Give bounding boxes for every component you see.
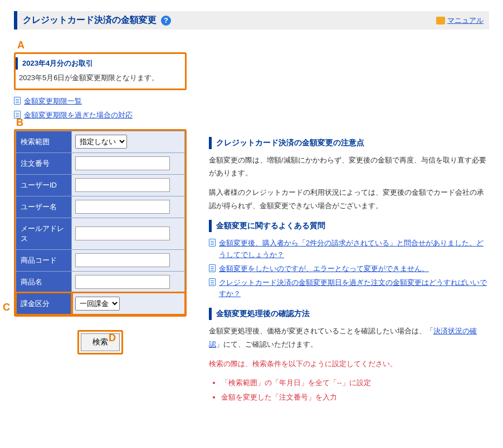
manual-link-label: マニュアル — [447, 16, 484, 26]
faq-link-2[interactable]: 金額変更をしたいのですが、エラーとなって変更ができません。 — [219, 263, 429, 275]
list-item: 金額変更後、購入者から「2件分の請求がされている」と問合せがありました。どうして… — [209, 238, 489, 261]
billing-type-select[interactable]: 一回課金 — [75, 297, 120, 311]
field-cell — [72, 174, 185, 196]
table-row: 検索範囲 指定しない — [16, 131, 185, 152]
red-intro: 検索の際は、検索条件を以下のように設定してください。 — [209, 357, 489, 370]
confirm-body-post: 」にて、ご確認いただけます。 — [216, 340, 318, 348]
transaction-info: 2023年4月分のお取引 2023年5月6日が金額変更期限となります。 — [16, 54, 185, 88]
page-title: クレジットカード決済の金額変更 ? — [23, 14, 171, 26]
order-number-input[interactable] — [75, 156, 170, 170]
search-range-select[interactable]: 指定しない — [75, 135, 127, 149]
document-icon — [14, 97, 21, 105]
field-cell — [72, 218, 185, 249]
callout-letter-a: A — [17, 40, 489, 51]
page-title-text: クレジットカード決済の金額変更 — [23, 14, 157, 26]
field-label: 注文番号 — [16, 152, 72, 174]
callout-letter-b: B — [16, 117, 23, 129]
callout-box-d: 検索 — [77, 330, 123, 355]
email-input[interactable] — [75, 227, 170, 240]
faq-heading: 金額変更に関するよくある質問 — [209, 220, 489, 232]
table-row: 商品名 — [16, 271, 185, 293]
field-label: 商品名 — [16, 271, 72, 293]
help-icon[interactable]: ? — [161, 16, 171, 26]
document-icon — [209, 278, 216, 286]
field-label: 課金区分 — [16, 293, 72, 314]
field-cell — [72, 271, 185, 293]
deadline-list-link[interactable]: 金額変更期限一覧 — [24, 96, 82, 107]
page-title-bar: クレジットカード決済の金額変更 ? マニュアル — [14, 11, 489, 29]
faq-list: 金額変更後、購入者から「2件分の請求がされている」と問合せがありました。どうして… — [209, 238, 489, 300]
callout-box-b: 検索範囲 指定しない 注文番号 ユーザーID — [14, 129, 187, 317]
product-name-input[interactable] — [75, 275, 170, 289]
confirm-body: 金額変更処理後、価格が変更されていることを確認したい場合は、「決済状況の確認」に… — [209, 324, 489, 351]
field-label: ユーザー名 — [16, 196, 72, 218]
list-item: クレジットカード決済の金額変更期日を過ぎた注文の金額変更はどうすればいいですか？ — [209, 277, 489, 301]
user-name-input[interactable] — [75, 200, 170, 214]
past-deadline-link[interactable]: 金額変更期限を過ぎた場合の対応 — [24, 110, 133, 121]
field-cell — [72, 196, 185, 218]
field-label: ユーザーID — [16, 174, 72, 196]
list-item: 金額変更をしたいのですが、エラーとなって変更ができません。 — [209, 263, 489, 275]
top-link-list: 金額変更期限一覧 金額変更期限を過ぎた場合の対応 — [14, 96, 489, 121]
faq-link-3[interactable]: クレジットカード決済の金額変更期日を過ぎた注文の金額変更はどうすればいいですか？ — [219, 277, 489, 301]
manual-link[interactable]: マニュアル — [436, 16, 484, 26]
confirm-heading: 金額変更処理後の確認方法 — [209, 308, 489, 320]
transaction-info-heading: 2023年4月分のお取引 — [16, 57, 185, 70]
table-row: 商品コード — [16, 249, 185, 271]
red-list-item: 「検索範囲」の「年月日」を全て「--」に設定 — [221, 377, 489, 389]
confirm-body-pre: 金額変更処理後、価格が変更されていることを確認したい場合は、「 — [209, 327, 433, 335]
field-label: 検索範囲 — [16, 131, 72, 152]
notice-heading: クレジットカード決済の金額変更の注意点 — [209, 137, 489, 149]
table-row: メールアドレス — [16, 218, 185, 249]
callout-box-c-row: 課金区分 一回課金 — [16, 293, 185, 314]
table-row: ユーザーID — [16, 174, 185, 196]
callout-letter-c: C — [3, 302, 10, 313]
user-id-input[interactable] — [75, 178, 170, 192]
red-list-item: 金額を変更した「注文番号」を入力 — [221, 391, 489, 403]
field-cell: 一回課金 — [72, 293, 185, 314]
red-list: 「検索範囲」の「年月日」を全て「--」に設定 金額を変更した「注文番号」を入力 — [209, 377, 489, 403]
document-icon — [209, 239, 216, 247]
field-cell — [72, 249, 185, 271]
callout-box-a: 2023年4月分のお取引 2023年5月6日が金額変更期限となります。 — [14, 52, 187, 90]
table-row: ユーザー名 — [16, 196, 185, 218]
callout-letter-d: D — [109, 332, 116, 344]
notice-body-1: 金額変更の際は、増額/減額にかかわらず、変更後の金額で再度、与信を取り直す必要が… — [209, 154, 489, 180]
field-cell — [72, 152, 185, 174]
list-item: 金額変更期限を過ぎた場合の対応 — [14, 110, 489, 121]
notice-body-2: 購入者様のクレジットカードの利用状況によっては、変更後の金額でカード会社の承認が… — [209, 186, 489, 212]
document-icon — [209, 264, 216, 272]
book-icon — [436, 17, 445, 24]
product-code-input[interactable] — [75, 253, 170, 267]
list-item: 金額変更期限一覧 — [14, 96, 489, 107]
field-label: メールアドレス — [16, 218, 72, 249]
field-label: 商品コード — [16, 249, 72, 271]
transaction-info-body: 2023年5月6日が金額変更期限となります。 — [16, 73, 185, 83]
table-row: 注文番号 — [16, 152, 185, 174]
search-form-table: 検索範囲 指定しない 注文番号 ユーザーID — [16, 131, 185, 315]
faq-link-1[interactable]: 金額変更後、購入者から「2件分の請求がされている」と問合せがありました。どうして… — [219, 238, 489, 261]
field-cell: 指定しない — [72, 131, 185, 152]
